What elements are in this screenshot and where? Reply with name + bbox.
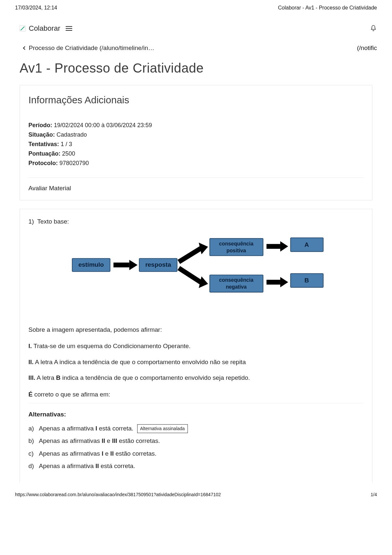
svg-rect-2 (113, 262, 129, 267)
divider (28, 177, 364, 178)
menu-icon[interactable] (66, 26, 72, 31)
info-status: Situação: Cadastrado (28, 130, 364, 139)
alternatives-divider (28, 403, 364, 403)
topbar: Colaborar (0, 14, 392, 36)
info-period: Período: 19/02/2024 00:00 à 03/06/2024 2… (28, 121, 364, 130)
statement-2: II. A letra A indica a tendência de que … (28, 358, 364, 367)
svg-text:consequência: consequência (219, 277, 253, 283)
question-final-prompt: É correto o que se afirma em: (28, 390, 364, 399)
info-score: Pontuação: 2500 (28, 149, 364, 158)
question-base-label: Texto base: (37, 217, 69, 227)
print-doc-title: Colaborar - Av1 - Processo de Criativida… (278, 4, 377, 12)
svg-text:consequência: consequência (219, 241, 253, 246)
brand-logo-icon (20, 25, 25, 31)
brand-text: Colaborar (29, 23, 60, 34)
footer-url: https://www.colaboraread.com.br/aluno/av… (15, 491, 221, 498)
svg-text:positiva: positiva (226, 247, 246, 253)
chevron-left-icon (23, 46, 26, 50)
breadcrumb[interactable]: Processo de Criatividade (/aluno/timelin… (24, 43, 154, 53)
svg-text:B: B (304, 277, 309, 284)
alternatives-title: Alternativas: (28, 410, 364, 419)
footer-page: 1/4 (371, 491, 377, 498)
breadcrumb-row: Processo de Criatividade (/aluno/timelin… (0, 36, 392, 55)
info-card: Informações Adicionais Período: 19/02/20… (20, 85, 372, 201)
question-intro: Sobre a imagem apresentada, podemos afir… (28, 325, 364, 335)
alternative-d[interactable]: d) Apenas a afirmativa II está correta. (28, 462, 364, 471)
info-card-title: Informações Adicionais (28, 92, 364, 107)
svg-text:estímulo: estímulo (78, 261, 104, 268)
flow-diagram: estímulo resposta consequência positiva … (38, 234, 354, 300)
diagram: estímulo resposta consequência positiva … (28, 232, 364, 309)
alternative-c[interactable]: c) Apenas as afirmativas I e II estão co… (28, 449, 364, 459)
statement-1: I. Trata-se de um esquema do Condicionam… (28, 342, 364, 351)
selected-badge: Alternativa assinalada (137, 424, 188, 433)
svg-rect-14 (267, 279, 280, 284)
alternative-a[interactable]: a) Apenas a afirmativa I está correta. A… (28, 424, 364, 433)
info-protocol: Protocolo: 978020790 (28, 159, 364, 168)
svg-text:negativa: negativa (226, 284, 247, 290)
svg-text:resposta: resposta (145, 261, 171, 268)
rate-material-link[interactable]: Avaliar Material (28, 184, 364, 193)
statement-3: III. A letra B indica a tendência de que… (28, 373, 364, 383)
question-card: 1) Texto base: estímulo resposta (20, 209, 372, 482)
breadcrumb-text: Processo de Criatividade (/aluno/timelin… (29, 43, 154, 53)
print-header: 17/03/2024, 12:14 Colaborar - Av1 - Proc… (0, 0, 392, 14)
info-attempts: Tentativas: 1 / 3 (28, 140, 364, 149)
alternatives-list: a) Apenas a afirmativa I está correta. A… (28, 424, 364, 471)
svg-rect-11 (267, 244, 280, 249)
print-footer: https://www.colaboraread.com.br/aluno/av… (0, 482, 392, 502)
print-datetime: 17/03/2024, 12:14 (15, 4, 57, 12)
question-number: 1) (28, 217, 34, 227)
page-title: Av1 - Processo de Criatividade (0, 55, 392, 85)
svg-text:A: A (304, 241, 309, 248)
question-header: 1) Texto base: (28, 217, 364, 227)
notific-link-truncated[interactable]: (/notific (357, 43, 377, 53)
bell-icon[interactable] (370, 24, 377, 33)
alternative-b[interactable]: b) Apenas as afirmativas II e III estão … (28, 436, 364, 446)
brand[interactable]: Colaborar (20, 23, 72, 34)
